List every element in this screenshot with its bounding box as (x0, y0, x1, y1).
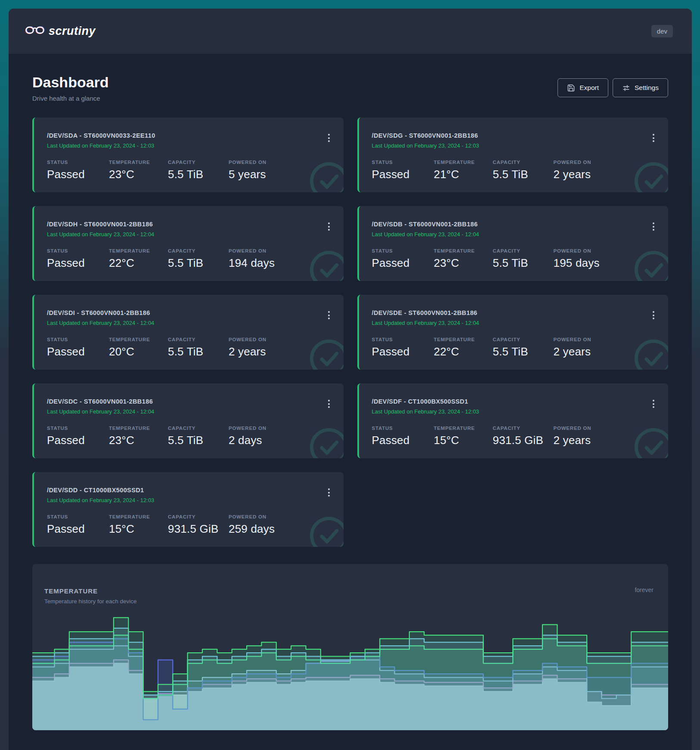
kebab-menu-icon[interactable] (326, 398, 331, 410)
drive-title: /DEV/SDE - ST6000VN001-2BB186 (372, 309, 656, 316)
settings-button-label: Settings (635, 84, 659, 92)
stat-label: STATUS (372, 160, 434, 165)
drive-title: /DEV/SDC - ST6000VN001-2BB186 (47, 398, 331, 405)
drive-card[interactable]: /DEV/SDA - ST6000VN0033-2EE110 Last Upda… (32, 117, 344, 192)
stat-status: STATUS Passed (47, 248, 109, 270)
kebab-menu-icon[interactable] (651, 398, 656, 410)
drive-title: /DEV/SDG - ST6000VN001-2BB186 (372, 132, 656, 139)
drive-stats: STATUS Passed TEMPERATURE 22°C CAPACITY … (47, 248, 331, 270)
kebab-menu-icon[interactable] (326, 132, 331, 144)
temperature-value: 20°C (109, 345, 168, 358)
drive-stats: STATUS Passed TEMPERATURE 15°C CAPACITY … (372, 426, 656, 447)
app-header: scrutiny dev (9, 9, 692, 54)
capacity-value: 5.5 TiB (493, 256, 554, 270)
env-badge: dev (651, 25, 673, 37)
stat-capacity: CAPACITY 5.5 TiB (493, 160, 554, 181)
chart-range-selector[interactable]: forever (635, 586, 654, 593)
kebab-menu-icon[interactable] (651, 132, 656, 144)
drive-last-updated: Last Updated on February 23, 2024 - 12:0… (47, 497, 331, 503)
drive-title: /DEV/SDD - CT1000BX500SSD1 (47, 487, 331, 494)
status-value: Passed (47, 434, 109, 447)
stat-status: STATUS Passed (372, 160, 434, 181)
kebab-menu-icon[interactable] (326, 487, 331, 498)
capacity-value: 5.5 TiB (168, 434, 229, 447)
stat-label: STATUS (47, 248, 109, 253)
kebab-menu-icon[interactable] (326, 221, 331, 232)
capacity-value: 5.5 TiB (168, 345, 229, 358)
temperature-value: 23°C (109, 434, 168, 447)
drive-card[interactable]: /DEV/SDB - ST6000VN001-2BB186 Last Updat… (357, 206, 669, 281)
stat-label: CAPACITY (168, 514, 229, 519)
drive-card[interactable]: /DEV/SDI - ST6000VN001-2BB186 Last Updat… (32, 295, 344, 370)
capacity-value: 5.5 TiB (493, 168, 554, 181)
stat-label: CAPACITY (493, 337, 554, 342)
temperature-value: 21°C (434, 168, 493, 181)
stat-temperature: TEMPERATURE 22°C (109, 248, 168, 270)
drive-last-updated: Last Updated on February 23, 2024 - 12:0… (47, 142, 331, 149)
capacity-value: 5.5 TiB (168, 256, 229, 270)
stat-label: TEMPERATURE (434, 160, 493, 165)
drive-card[interactable]: /DEV/SDD - CT1000BX500SSD1 Last Updated … (32, 472, 344, 547)
stat-capacity: CAPACITY 5.5 TiB (168, 248, 229, 270)
drive-stats: STATUS Passed TEMPERATURE 20°C CAPACITY … (47, 337, 331, 358)
drive-last-updated: Last Updated on February 23, 2024 - 12:0… (372, 231, 656, 238)
stat-temperature: TEMPERATURE 21°C (434, 160, 493, 181)
page-subtitle: Drive health at a glance (32, 95, 109, 102)
temperature-panel-title: TEMPERATURE (44, 587, 668, 595)
status-value: Passed (47, 256, 109, 270)
stat-label: CAPACITY (493, 160, 554, 165)
export-button[interactable]: Export (558, 78, 608, 97)
stat-temperature: TEMPERATURE 23°C (109, 426, 168, 447)
status-value: Passed (47, 168, 109, 181)
stat-label: STATUS (47, 160, 109, 165)
stat-label: TEMPERATURE (109, 337, 168, 342)
drive-card[interactable]: /DEV/SDC - ST6000VN001-2BB186 Last Updat… (32, 383, 344, 458)
drive-card[interactable]: /DEV/SDG - ST6000VN001-2BB186 Last Updat… (357, 117, 669, 192)
stat-capacity: CAPACITY 931.5 GiB (493, 426, 554, 447)
status-value: Passed (372, 256, 434, 270)
check-circle-icon (308, 160, 344, 192)
stat-capacity: CAPACITY 5.5 TiB (168, 160, 229, 181)
stat-capacity: CAPACITY 5.5 TiB (493, 248, 554, 270)
kebab-menu-icon[interactable] (651, 221, 656, 232)
check-circle-icon (633, 338, 668, 370)
page-head: Dashboard Drive health at a glance Expor… (32, 74, 668, 102)
temperature-value: 23°C (109, 168, 168, 181)
status-value: Passed (372, 434, 434, 447)
drive-stats: STATUS Passed TEMPERATURE 23°C CAPACITY … (47, 160, 331, 181)
status-value: Passed (47, 345, 109, 358)
check-circle-icon (633, 160, 668, 192)
drive-stats: STATUS Passed TEMPERATURE 15°C CAPACITY … (47, 514, 331, 536)
drive-card[interactable]: /DEV/SDF - CT1000BX500SSD1 Last Updated … (357, 383, 669, 458)
capacity-value: 5.5 TiB (493, 345, 554, 358)
stat-capacity: CAPACITY 5.5 TiB (168, 426, 229, 447)
drive-card[interactable]: /DEV/SDH - ST6000VN001-2BB186 Last Updat… (32, 206, 344, 281)
check-circle-icon (308, 426, 344, 458)
check-circle-icon (633, 426, 668, 458)
drive-stats: STATUS Passed TEMPERATURE 21°C CAPACITY … (372, 160, 656, 181)
kebab-menu-icon[interactable] (326, 309, 331, 321)
drive-stats: STATUS Passed TEMPERATURE 23°C CAPACITY … (372, 248, 656, 270)
stat-capacity: CAPACITY 931.5 GiB (168, 514, 229, 536)
temperature-value: 22°C (434, 345, 493, 358)
brand-logo[interactable]: scrutiny (25, 25, 96, 38)
save-icon (567, 84, 575, 92)
stat-temperature: TEMPERATURE 22°C (434, 337, 493, 358)
stat-label: CAPACITY (168, 426, 229, 431)
capacity-value: 931.5 GiB (168, 522, 229, 536)
stat-temperature: TEMPERATURE 20°C (109, 337, 168, 358)
stat-status: STATUS Passed (47, 514, 109, 536)
stat-label: STATUS (47, 337, 109, 342)
status-value: Passed (372, 168, 434, 181)
temperature-value: 15°C (109, 522, 168, 536)
drive-stats: STATUS Passed TEMPERATURE 22°C CAPACITY … (372, 337, 656, 358)
stat-temperature: TEMPERATURE 23°C (434, 248, 493, 270)
stat-label: CAPACITY (493, 426, 554, 431)
kebab-menu-icon[interactable] (651, 309, 656, 321)
stat-status: STATUS Passed (47, 426, 109, 447)
stat-label: CAPACITY (168, 248, 229, 253)
stat-status: STATUS Passed (372, 426, 434, 447)
settings-button[interactable]: Settings (613, 78, 668, 97)
drive-last-updated: Last Updated on February 23, 2024 - 12:0… (372, 142, 656, 149)
drive-card[interactable]: /DEV/SDE - ST6000VN001-2BB186 Last Updat… (357, 295, 669, 370)
